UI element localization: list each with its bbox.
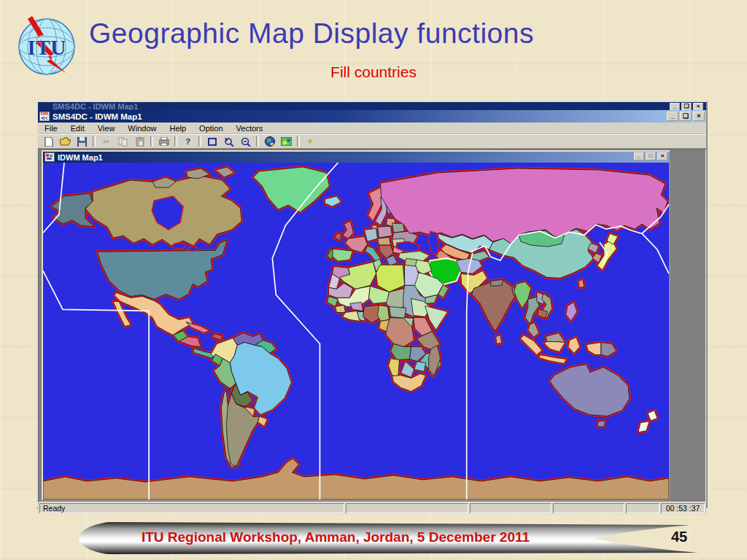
toolbar-separator (93, 136, 96, 147)
country-russia[interactable] (381, 168, 667, 244)
zoom-out-icon (241, 137, 251, 147)
rectangle-select-icon (208, 138, 217, 146)
background-window-title: SMS4DC - IDWM Map1 (38, 102, 138, 110)
country-central-europe[interactable] (378, 237, 391, 245)
country-nepal[interactable] (491, 279, 503, 286)
country-belarus[interactable] (392, 223, 405, 233)
new-document-icon (44, 137, 53, 147)
zoom-pointer-icon (224, 137, 234, 147)
map-maximize-button[interactable]: □ (646, 152, 656, 160)
country-australia[interactable] (550, 365, 630, 416)
paste-icon (136, 137, 144, 147)
globe-icon (265, 136, 275, 147)
copy-button[interactable] (115, 135, 131, 148)
menu-view[interactable]: View (91, 123, 122, 133)
globe-button[interactable] (261, 135, 278, 148)
cut-button[interactable]: ✂ (98, 135, 115, 148)
restore-button[interactable]: ❏ (680, 112, 692, 121)
mdi-area: IDWM Map1 _ □ × (38, 149, 706, 502)
map-close-button[interactable]: × (657, 152, 667, 160)
country-guinea[interactable] (335, 305, 345, 312)
print-icon (159, 137, 169, 146)
open-folder-icon (60, 137, 71, 146)
minimize-button[interactable]: _ (667, 112, 678, 121)
help-button[interactable]: ? (179, 135, 196, 148)
status-clock: 00 :53 :37 (661, 503, 705, 513)
logo-text: ITU (27, 35, 66, 59)
save-icon (77, 137, 87, 147)
country-cameroon[interactable] (378, 305, 390, 321)
country-layer (43, 167, 669, 499)
app-window: SMS4DC - IDWM Map1 _ ❏ × SMS4DC SMS4DC -… (36, 101, 708, 508)
map-window-title: IDWM Map1 (58, 153, 103, 162)
zoom-pointer-button[interactable] (220, 135, 237, 148)
light-settings-button[interactable]: ☀ (302, 135, 319, 148)
country-india[interactable] (472, 280, 519, 331)
page-subtitle: Fill countries (0, 63, 747, 81)
slide: { "slide": { "title": "Geographic Map Di… (0, 0, 747, 560)
footer-text: ITU Regional Workshop, Amman, Jordan, 5 … (117, 529, 554, 545)
map-minimize-button[interactable]: _ (634, 152, 644, 160)
copy-icon (118, 137, 128, 147)
menu-window[interactable]: Window (121, 123, 163, 133)
country-greenland[interactable] (253, 167, 329, 212)
great-lake (172, 243, 185, 249)
map-window-titlebar[interactable]: IDWM Map1 _ □ × (43, 152, 669, 163)
save-button[interactable] (74, 135, 90, 148)
menu-option[interactable]: Option (193, 123, 229, 133)
map-canvas[interactable] (43, 163, 669, 499)
zoom-out-button[interactable] (237, 135, 254, 148)
help-icon: ? (185, 138, 190, 146)
country-antarctica[interactable] (43, 459, 669, 499)
toolbar-separator (256, 136, 259, 147)
page-number: 45 (671, 529, 706, 545)
status-panel (470, 503, 551, 513)
menu-vectors[interactable]: Vectors (230, 123, 270, 133)
toolbar-separator (297, 136, 300, 147)
open-folder-button[interactable] (57, 135, 74, 148)
map-document-icon (44, 152, 55, 162)
rectangle-select-button[interactable] (204, 135, 220, 148)
status-panel (553, 503, 624, 513)
status-bar: Ready 00 :53 :37 (38, 502, 706, 514)
toolbar-separator (198, 136, 201, 147)
status-message: Ready (39, 503, 344, 513)
menu-bar: File Edit View Window Help Option Vector… (38, 122, 706, 134)
print-button[interactable] (155, 135, 172, 148)
menu-file[interactable]: File (38, 123, 64, 133)
region-line-bering-fork (642, 233, 669, 273)
country-poland[interactable] (378, 226, 392, 238)
toolbar-separator (174, 136, 177, 147)
close-button[interactable]: × (693, 112, 705, 121)
toolbar-separator (150, 136, 153, 147)
country-central-african-republic[interactable] (390, 306, 406, 318)
back-minimize-button[interactable]: _ (670, 103, 680, 110)
sun-icon: ☀ (307, 138, 314, 146)
region-line-atlantic (272, 163, 338, 499)
window-title: SMS4DC - IDWM Map1 (53, 112, 142, 121)
great-lake (187, 246, 198, 251)
country-indonesia-papua[interactable] (587, 343, 601, 355)
menu-edit[interactable]: Edit (64, 123, 91, 133)
status-panel (626, 503, 659, 513)
country-tasmania[interactable] (597, 421, 605, 427)
new-document-button[interactable] (40, 135, 57, 148)
back-close-button[interactable]: × (693, 103, 703, 110)
main-titlebar[interactable]: SMS4DC SMS4DC - IDWM Map1 _ ❏ × (38, 110, 706, 122)
back-restore-button[interactable]: ❏ (681, 103, 692, 110)
map-fill-button[interactable] (278, 135, 295, 148)
world-map[interactable] (43, 163, 669, 499)
menu-help[interactable]: Help (163, 123, 193, 133)
status-panel (346, 503, 468, 513)
country-namibia[interactable] (389, 359, 400, 378)
map-document-window: IDWM Map1 _ □ × (42, 150, 670, 501)
map-fill-icon (281, 137, 292, 146)
cut-icon: ✂ (103, 138, 109, 146)
background-window-titlebar[interactable]: SMS4DC - IDWM Map1 _ ❏ × (38, 102, 706, 110)
page-title: Geographic Map Display functions (89, 18, 534, 50)
paste-button[interactable] (131, 135, 148, 148)
toolbar: ✂ ? ☀ (38, 134, 706, 149)
app-icon: SMS4DC (39, 112, 50, 121)
country-madagascar[interactable] (429, 346, 441, 376)
